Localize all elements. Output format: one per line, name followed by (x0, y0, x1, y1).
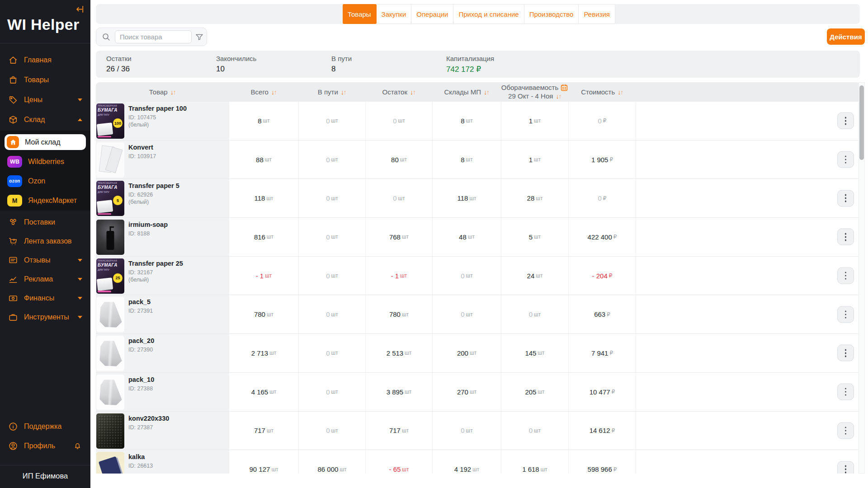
table-row: konv220x330ID: 27387717шт0шт717шт0шт0шт1… (96, 412, 860, 450)
cell-in-transit: 0шт (298, 218, 365, 256)
cell-total: 88шт (229, 141, 298, 179)
row-menu-button[interactable] (837, 422, 854, 439)
cell-in-transit: 0шт (298, 373, 365, 411)
sidebar-item-products[interactable]: Товары (0, 70, 90, 90)
row-menu-button[interactable] (837, 267, 854, 284)
row-menu-button[interactable] (837, 229, 854, 245)
sort-icon[interactable]: ↓↑ (341, 89, 346, 96)
cell-product[interactable]: konv220x330ID: 27387 (96, 412, 229, 450)
sort-icon[interactable]: ↓↑ (271, 89, 277, 96)
sidebar-item-prices[interactable]: Цены (0, 90, 90, 110)
cell-mp-warehouses: 118шт (432, 179, 501, 217)
sidebar-item-tools[interactable]: Инструменты (0, 308, 90, 327)
cell-product[interactable]: kalkaID: 26613 (96, 450, 229, 474)
cell-mp-warehouses: 270шт (432, 373, 501, 411)
sidebar-item-ozon[interactable]: ozonOzon (0, 171, 90, 191)
column-header-3: Остаток↓↑ (365, 88, 432, 96)
sidebar-item-orders-feed[interactable]: Лента заказов (0, 232, 90, 251)
sidebar-item-home[interactable]: Главная (0, 50, 90, 70)
row-menu-button[interactable] (837, 345, 854, 361)
sidebar-item-finance[interactable]: Финансы (0, 289, 90, 308)
column-header-6: Стоимость↓↑ (568, 88, 636, 96)
cell-turnover: 1шт (501, 141, 568, 179)
chevron-down-icon (78, 99, 82, 101)
product-image (96, 336, 124, 371)
sidebar-item-label: Лента заказов (24, 237, 82, 245)
product-id: ID: 103917 (128, 153, 156, 160)
cell-in-transit: 0шт (298, 179, 365, 217)
notifications-bell-icon[interactable] (73, 441, 82, 450)
tab-income-writeoff[interactable]: Приход и списание (453, 4, 524, 24)
sidebar-item-label: Поддержка (24, 422, 82, 431)
sidebar-item-warehouse[interactable]: Склад (0, 110, 90, 130)
sidebar-item-supplies[interactable]: Поставки (0, 213, 90, 232)
sidebar-item-ads[interactable]: Реклама (0, 270, 90, 289)
warehouse-home-icon (7, 136, 19, 148)
sidebar-item-support[interactable]: Поддержка (0, 417, 90, 436)
cell-actions (636, 295, 860, 333)
row-menu-button[interactable] (837, 113, 854, 129)
cell-product[interactable]: KonvertID: 103917 (96, 141, 229, 179)
vertical-scrollbar[interactable] (859, 82, 865, 474)
row-menu-button[interactable] (837, 384, 854, 400)
cell-actions (636, 373, 860, 411)
sort-icon[interactable]: ↓↑ (484, 89, 489, 96)
tab-purchases[interactable]: Закупки (377, 4, 412, 24)
product-image (96, 413, 124, 449)
submenu-label: Wildberries (28, 158, 64, 166)
tab-products[interactable]: Товары (343, 4, 377, 24)
sidebar-item-wildberries[interactable]: WBWildberries (0, 152, 90, 171)
sidebar-nav-footer: ПоддержкаПрофиль (0, 417, 90, 455)
stat-remains: Остатки26 / 36 (106, 55, 132, 74)
sidebar-item-my-warehouse[interactable]: Мой склад (0, 132, 90, 152)
stat-value: 10 (216, 65, 256, 74)
sort-icon[interactable]: ↓↑ (556, 92, 561, 100)
cell-total: 90 127шт (229, 450, 298, 474)
cell-total: 717шт (229, 412, 298, 450)
cell-product[interactable]: pack_5ID: 27391 (96, 295, 229, 333)
cell-product[interactable]: ТРАНСФЕРНАЯБУМАГАДЛЯ ТАТУ5Transfer paper… (96, 179, 229, 217)
filter-icon[interactable] (192, 33, 207, 41)
row-menu-button[interactable] (837, 190, 854, 206)
search-input[interactable] (115, 30, 192, 43)
sidebar-item-reviews[interactable]: Отзывы (0, 251, 90, 270)
sidebar-nav-top: ГлавнаяТоварыЦеныСклад (0, 50, 90, 130)
column-label: В пути (318, 88, 338, 96)
product-name: kalka (128, 453, 153, 460)
cell-in-transit: 86 000шт (298, 450, 365, 474)
sort-icon[interactable]: ↓↑ (410, 89, 415, 96)
cell-mp-warehouses: 8шт (432, 141, 501, 179)
cell-product[interactable]: ТРАНСФЕРНАЯБУМАГАДЛЯ ТАТУ100Transfer pap… (96, 102, 229, 140)
row-menu-button[interactable] (837, 151, 854, 168)
table-row: ТРАНСФЕРНАЯБУМАГАДЛЯ ТАТУ5Transfer paper… (96, 179, 860, 218)
tab-production[interactable]: Производство (524, 4, 579, 24)
cell-product[interactable]: ТРАНСФЕРНАЯБУМАГАДЛЯ ТАТУ25Transfer pape… (96, 257, 229, 295)
sidebar-item-yandex-market[interactable]: MЯндексМаркет (0, 191, 90, 210)
divider (0, 43, 90, 43)
tab-revision[interactable]: Ревизия (579, 4, 615, 24)
stat-value: 26 / 36 (106, 65, 132, 74)
product-name: pack_5 (128, 298, 153, 305)
calendar-icon[interactable] (561, 84, 568, 91)
product-name: Transfer paper 5 (128, 182, 179, 189)
scrollbar-thumb[interactable] (859, 85, 864, 160)
stat-label: Капитализация (446, 55, 494, 62)
product-image (96, 297, 124, 332)
tab-operations[interactable]: Операции (411, 4, 453, 24)
product-id: ID: 27387 (128, 424, 169, 431)
collapse-sidebar-icon[interactable] (74, 4, 85, 14)
sort-icon[interactable]: ↓↑ (170, 89, 176, 96)
chart-icon (8, 274, 18, 284)
active-submenu-pill[interactable]: Мой склад (5, 134, 86, 150)
cell-remainder: 80шт (365, 141, 432, 179)
cell-product[interactable]: pack_20ID: 27390 (96, 334, 229, 372)
actions-button[interactable]: Действия (827, 28, 865, 45)
cell-product[interactable]: irmium-soapID: 8188 (96, 218, 229, 256)
cell-product[interactable]: pack_10ID: 27388 (96, 373, 229, 411)
sidebar-item-profile[interactable]: Профиль (0, 436, 90, 455)
cell-total: 118шт (229, 179, 298, 217)
row-menu-button[interactable] (837, 306, 854, 323)
sort-icon[interactable]: ↓↑ (618, 89, 623, 96)
product-image (96, 142, 124, 178)
row-menu-button[interactable] (837, 461, 854, 474)
